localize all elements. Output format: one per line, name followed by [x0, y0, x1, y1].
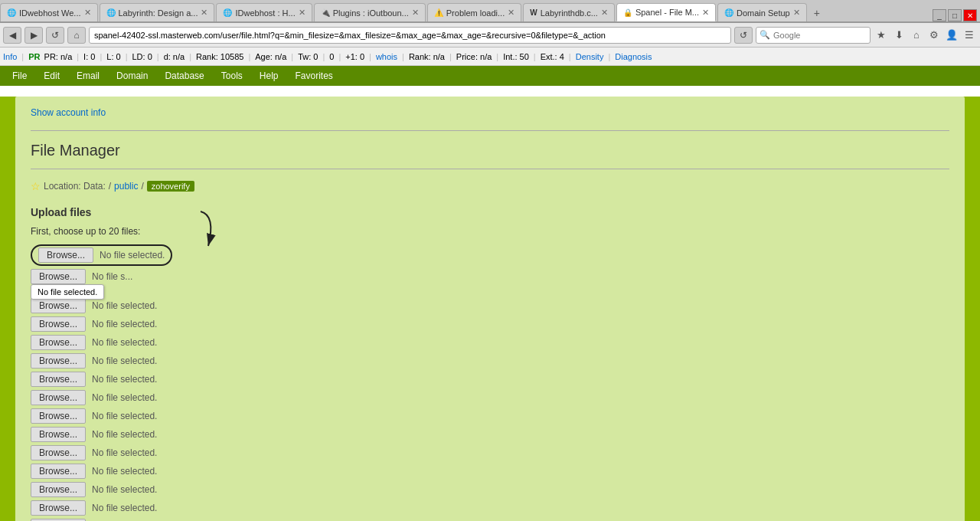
tab-idwebhost1[interactable]: 🌐 IDwebhost We... ✕: [0, 3, 98, 21]
browse-button-9[interactable]: Browse...: [31, 408, 86, 424]
tab-domain-setup[interactable]: 🌐 Domain Setup ✕: [717, 3, 807, 21]
file-row-14: Browse... No file selected.: [31, 500, 949, 516]
tab-labyrinth-design[interactable]: 🌐 Labyrinth: Design a... ✕: [100, 3, 215, 21]
file-row-1: Browse... No file selected.: [31, 244, 949, 266]
menu-help[interactable]: Help: [252, 69, 286, 83]
browse-button-13[interactable]: Browse...: [31, 482, 86, 497]
no-file-text-6: No file selected.: [92, 356, 157, 366]
page-title: File Manager: [31, 142, 949, 159]
info-separator10: |: [338, 52, 341, 61]
tab-close-icon[interactable]: ✕: [793, 8, 800, 18]
browse-button-12[interactable]: Browse...: [31, 464, 86, 479]
int-value: Int.: 50: [503, 52, 529, 61]
age-value: Age: n/a: [255, 52, 286, 61]
browse-button-7[interactable]: Browse...: [31, 372, 86, 387]
fb-value: 0: [329, 52, 334, 61]
divider-top: [31, 130, 949, 131]
info-separator8: |: [291, 52, 293, 61]
home-button[interactable]: ⌂: [67, 27, 86, 44]
no-file-text-14: No file selected.: [92, 503, 157, 513]
tab-close-icon[interactable]: ✕: [601, 8, 608, 18]
browse-button-10[interactable]: Browse...: [31, 427, 86, 442]
breadcrumb-public-link[interactable]: public: [114, 181, 138, 192]
menu-email[interactable]: Email: [69, 69, 107, 83]
search-engine-icon: 🔍: [756, 30, 773, 40]
file-row-7: Browse... No file selected.: [31, 372, 949, 387]
tooltip-box: No file selected.: [31, 284, 104, 300]
browse-button-5[interactable]: Browse...: [31, 335, 86, 350]
new-tab-button[interactable]: +: [808, 5, 825, 21]
tab-close-icon[interactable]: ✕: [508, 8, 514, 18]
menu-domain[interactable]: Domain: [109, 69, 155, 83]
settings-icon[interactable]: ⚙: [926, 28, 942, 43]
browse-button-8[interactable]: Browse...: [31, 390, 86, 405]
tab-problem[interactable]: ⚠️ Problem loadi... ✕: [427, 3, 521, 21]
bookmark-star-icon[interactable]: ★: [874, 28, 889, 43]
home-icon[interactable]: ⌂: [909, 28, 924, 43]
tab-close-icon[interactable]: ✕: [201, 8, 207, 18]
tab-label: Labyrinthdb.c...: [541, 8, 598, 18]
browse-button-4[interactable]: Browse...: [31, 316, 86, 332]
info-separator: |: [21, 52, 24, 61]
no-file-text-10: No file selected.: [92, 429, 157, 440]
download-icon[interactable]: ⬇: [891, 28, 906, 43]
tab-labyrinthdb[interactable]: W Labyrinthdb.c... ✕: [523, 3, 615, 21]
no-file-text-8: No file selected.: [92, 392, 157, 403]
tab-close-icon[interactable]: ✕: [299, 8, 305, 18]
user-icon[interactable]: 👤: [944, 28, 959, 43]
breadcrumb-current: zohoverify: [147, 181, 194, 192]
info-separator16: |: [569, 52, 571, 61]
search-input[interactable]: [773, 31, 865, 40]
tab-close-icon[interactable]: ✕: [84, 8, 91, 18]
main-content: Show account info File Manager ☆ Locatio…: [0, 97, 980, 521]
file-row-2: Browse... No file s... No file selected.: [31, 269, 949, 284]
minimize-button[interactable]: _: [933, 9, 946, 21]
file-row-4: Browse... No file selected.: [31, 316, 949, 332]
info-separator11: |: [369, 52, 371, 61]
rank2-value: Rank: n/a: [409, 52, 445, 61]
info-separator13: |: [449, 52, 452, 61]
file-row-8: Browse... No file selected.: [31, 390, 949, 405]
show-account-link[interactable]: Show account info: [31, 107, 106, 118]
tab-plugins[interactable]: 🔌 Plugins : iOutboun... ✕: [314, 3, 426, 21]
diagnosis-link[interactable]: Diagnosis: [615, 52, 652, 61]
reload-stop-button[interactable]: ↺: [734, 27, 753, 44]
forward-button[interactable]: ▶: [24, 27, 43, 44]
density-link[interactable]: Density: [576, 52, 604, 61]
close-button[interactable]: ✕: [963, 9, 977, 21]
maximize-button[interactable]: □: [948, 9, 962, 21]
menu-favorites[interactable]: Favorites: [287, 69, 340, 83]
breadcrumb-location-label: Location: Data:: [44, 181, 106, 192]
browse-button-6[interactable]: Browse...: [31, 353, 86, 369]
window-controls: _ □ ✕: [933, 9, 980, 21]
menu-database[interactable]: Database: [157, 69, 211, 83]
back-button[interactable]: ◀: [3, 27, 21, 44]
url-input[interactable]: [89, 27, 731, 44]
tab-idwebhost2[interactable]: 🌐 IDwebhost : H... ✕: [216, 3, 312, 21]
whois-link[interactable]: whois: [376, 52, 397, 61]
browse-button-1[interactable]: Browse...: [38, 247, 93, 263]
tab-label: Plugins : iOutboun...: [333, 8, 409, 18]
menu-icon[interactable]: ☰: [962, 28, 977, 43]
file-row-13: Browse... No file selected.: [31, 482, 949, 497]
browse-button-3[interactable]: Browse...: [31, 298, 86, 313]
info-label[interactable]: Info: [3, 52, 17, 61]
upload-title: Upload files: [31, 206, 949, 218]
tab-label: Problem loadi...: [446, 8, 505, 18]
menu-file[interactable]: File: [5, 69, 34, 83]
browser-window: 🌐 IDwebhost We... ✕ 🌐 Labyrinth: Design …: [0, 0, 980, 521]
browse-button-11[interactable]: Browse...: [31, 445, 86, 460]
browse-button-2[interactable]: Browse...: [31, 269, 86, 284]
inner-panel: Show account info File Manager ☆ Locatio…: [15, 97, 965, 521]
tab-close-icon[interactable]: ✕: [412, 8, 419, 18]
tab-spanel[interactable]: 🔒 Spanel - File M... ✕: [616, 3, 716, 21]
nav-icons: ★ ⬇ ⌂ ⚙ 👤 ☰: [874, 28, 977, 43]
browse-button-14[interactable]: Browse...: [31, 500, 86, 516]
tw-value: Tw: 0: [298, 52, 318, 61]
tab-close-icon[interactable]: ✕: [702, 8, 709, 18]
pr-icon: PR: [28, 52, 40, 61]
no-file-text-12: No file selected.: [92, 466, 157, 477]
reload-button[interactable]: ↺: [46, 27, 64, 44]
menu-tools[interactable]: Tools: [214, 69, 250, 83]
menu-edit[interactable]: Edit: [36, 69, 67, 83]
